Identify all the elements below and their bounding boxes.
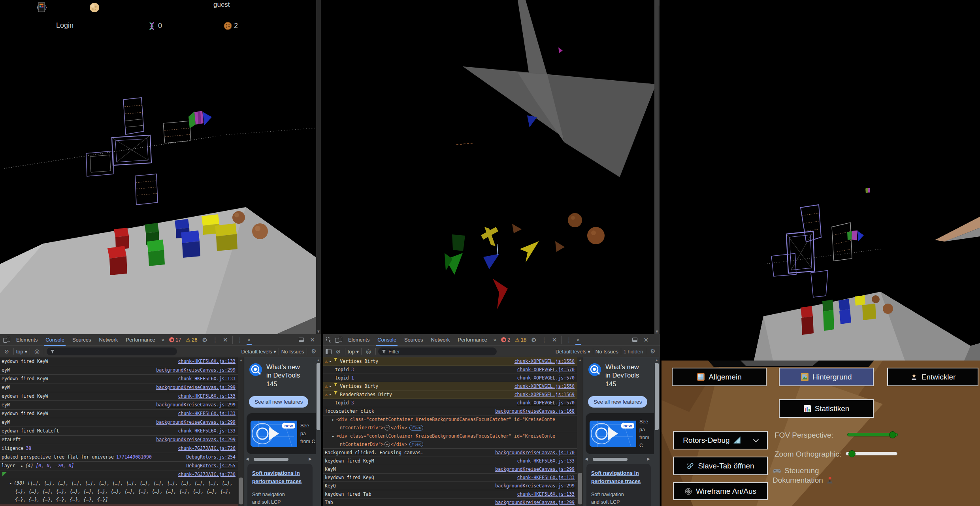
source-link[interactable]: chunk-HKEF5L6X.js:133 xyxy=(174,357,236,366)
context-selector[interactable]: top ▾ xyxy=(348,349,359,355)
dock-panel-icon[interactable] xyxy=(299,338,304,342)
close-panel-icon[interactable]: ✕ xyxy=(308,336,317,344)
clear-console-icon[interactable]: ⊘ xyxy=(2,348,11,355)
kebab-menu-icon[interactable]: ⋮ xyxy=(210,336,220,344)
login-button[interactable]: Login xyxy=(56,21,74,30)
close-devtools-icon[interactable]: ✕ xyxy=(550,336,559,344)
feature-video-card[interactable]: new See pa from C xyxy=(586,413,654,454)
slave-tab-button[interactable]: Slave-Tab öffnen xyxy=(673,457,768,475)
source-link[interactable]: chunk-7GJ7JAIC.js:730 xyxy=(174,470,236,479)
article-link[interactable]: Soft navigations in performance traces xyxy=(591,470,641,484)
tab-performance[interactable]: Performance xyxy=(122,334,158,346)
tab-sources[interactable]: Sources xyxy=(69,334,95,346)
source-link[interactable]: chunk-XOPEVGEL.js:1550 xyxy=(511,382,575,390)
console-scrollbar[interactable]: ▲ xyxy=(238,357,244,506)
steuerung-doc-line2[interactable]: Dokumentation xyxy=(773,476,833,485)
tab-network[interactable]: Network xyxy=(428,334,454,346)
default-levels-dropdown[interactable]: Default levels ▾ xyxy=(556,349,590,355)
console-scrollbar[interactable]: ▲ xyxy=(577,357,583,506)
clear-console-icon[interactable]: ⊘ xyxy=(334,348,343,355)
source-link[interactable]: backgroundKreiseCanvas.js:299 xyxy=(152,401,236,409)
feature-video-card[interactable]: new See pa from C xyxy=(247,413,316,454)
live-expression-icon[interactable]: ◎ xyxy=(364,348,373,355)
tab-elements[interactable]: Elements xyxy=(13,334,41,346)
horizontal-scrollbar[interactable]: ◀▶ xyxy=(245,457,315,461)
source-link[interactable]: backgroundKreiseCanvas.js:299 xyxy=(152,418,236,427)
source-link[interactable]: backgroundKreiseCanvas.js:299 xyxy=(491,465,575,473)
error-badge[interactable]: ✕17 xyxy=(167,337,183,343)
source-link[interactable]: chunk-XOPEVGEL.js:570 xyxy=(513,366,575,374)
steuerung-doc-line1[interactable]: Steuerung xyxy=(773,466,819,475)
source-link[interactable]: chunk-HKEF5L6X.js:133 xyxy=(513,474,575,481)
dock-panel-icon[interactable] xyxy=(632,338,637,342)
source-link[interactable]: chunk-XOPEVGEL.js:1569 xyxy=(511,391,575,398)
more-tabs-icon[interactable]: » xyxy=(160,337,166,343)
live-expression-icon[interactable]: ◎ xyxy=(32,348,41,355)
panel-scrollbar[interactable]: ▲ xyxy=(654,357,660,506)
right-3d-canvas[interactable] xyxy=(662,0,980,361)
left-window-scrollbar[interactable]: ▼ xyxy=(316,0,321,334)
source-link[interactable]: backgroundKreiseCanvas.js:299 xyxy=(491,482,575,490)
fov-slider[interactable] xyxy=(847,433,898,436)
source-link[interactable]: chunk-HKEF5L6X.js:133 xyxy=(513,457,575,465)
warning-badge[interactable]: ⚠26 xyxy=(184,337,199,343)
source-link[interactable]: backgroundKreiseCanvas.js:299 xyxy=(152,383,236,392)
device-toolbar-icon[interactable] xyxy=(3,337,10,343)
rotors-debug-dropdown[interactable]: Rotors-Debug xyxy=(673,431,768,449)
more-tabs-icon[interactable]: » xyxy=(492,337,498,343)
middle-window-scrollbar[interactable]: ▼ xyxy=(654,0,660,334)
close-panel-icon[interactable]: ✕ xyxy=(641,336,650,344)
source-link[interactable]: chunk-HKEF5L6X.js:133 xyxy=(174,427,236,435)
ellipsis-badge[interactable]: ⋯ xyxy=(384,442,390,447)
left-3d-canvas[interactable] xyxy=(0,0,321,334)
tab-statistiken-button[interactable]: Statistiken xyxy=(779,399,874,418)
flex-badge[interactable]: flex xyxy=(409,425,423,430)
panel-scrollbar[interactable]: ▲ xyxy=(316,357,321,506)
drawer-more-icon[interactable]: » xyxy=(575,337,581,343)
tab-network[interactable]: Network xyxy=(96,334,122,346)
source-link[interactable]: backgroundKreiseCanvas.js:299 xyxy=(491,498,575,506)
settings-gear-icon[interactable]: ⚙ xyxy=(200,336,209,344)
zoom-slider[interactable] xyxy=(846,452,897,455)
source-link[interactable]: DebugRotors.js:255 xyxy=(182,462,236,470)
source-link[interactable]: backgroundKreiseCanvas.js:299 xyxy=(152,436,236,444)
source-link[interactable]: chunk-HKEF5L6X.js:133 xyxy=(174,392,236,400)
default-levels-dropdown[interactable]: Default levels ▾ xyxy=(241,349,276,355)
settings-gear-icon[interactable]: ⚙ xyxy=(529,336,538,344)
filter-input[interactable] xyxy=(47,347,177,355)
source-link[interactable]: chunk-7GJ7JAIC.js:734 xyxy=(174,504,236,506)
video-thumbnail[interactable]: new xyxy=(590,421,636,447)
video-thumbnail[interactable]: new xyxy=(251,421,297,447)
drawer-kebab-icon[interactable]: ⋮ xyxy=(235,336,245,344)
tab-hintergrund-button[interactable]: Hintergrund xyxy=(779,368,874,386)
inspect-element-icon[interactable] xyxy=(326,337,332,343)
tab-performance[interactable]: Performance xyxy=(454,334,490,346)
console-sidebar-icon[interactable] xyxy=(326,349,332,354)
drawer-more-icon[interactable]: » xyxy=(246,337,253,343)
warning-badge[interactable]: ⚠18 xyxy=(513,337,528,343)
tab-entwickler-button[interactable]: Entwickler xyxy=(887,368,978,386)
source-link[interactable]: backgroundKreiseCanvas.js:299 xyxy=(152,366,236,374)
tab-sources[interactable]: Sources xyxy=(401,334,427,346)
see-all-features-button[interactable]: See all new features xyxy=(249,396,308,408)
source-link[interactable]: chunk-7GJ7JAIC.js:726 xyxy=(174,444,236,453)
tab-console[interactable]: Console xyxy=(374,334,400,346)
error-badge[interactable]: ✕2 xyxy=(499,337,512,343)
source-link[interactable]: chunk-XOPEVGEL.js:570 xyxy=(513,399,575,407)
source-link[interactable]: chunk-HKEF5L6X.js:133 xyxy=(174,410,236,418)
source-link[interactable]: backgroundKreiseCanvas.js:170 xyxy=(491,449,575,457)
source-link[interactable]: chunk-HKEF5L6X.js:133 xyxy=(174,375,236,383)
flex-badge[interactable]: flex xyxy=(409,442,423,447)
filter-input[interactable]: Filter xyxy=(378,347,497,355)
article-link[interactable]: Soft navigations in performance traces xyxy=(252,470,302,484)
tab-allgemein-button[interactable]: Allgemein xyxy=(672,368,767,386)
source-link[interactable]: chunk-HKEF5L6X.js:133 xyxy=(513,490,575,498)
no-issues-label[interactable]: No Issues xyxy=(281,349,304,355)
middle-3d-canvas[interactable] xyxy=(323,0,660,334)
drawer-kebab-icon[interactable]: ⋮ xyxy=(564,336,574,344)
source-link[interactable]: backgroundKreiseCanvas.js:168 xyxy=(491,407,575,415)
kebab-menu-icon[interactable]: ⋮ xyxy=(539,336,549,344)
context-selector[interactable]: top ▾ xyxy=(16,349,27,355)
wireframe-toggle-button[interactable]: Wireframe An/Aus xyxy=(673,482,768,500)
ellipsis-badge[interactable]: ⋯ xyxy=(384,425,390,430)
